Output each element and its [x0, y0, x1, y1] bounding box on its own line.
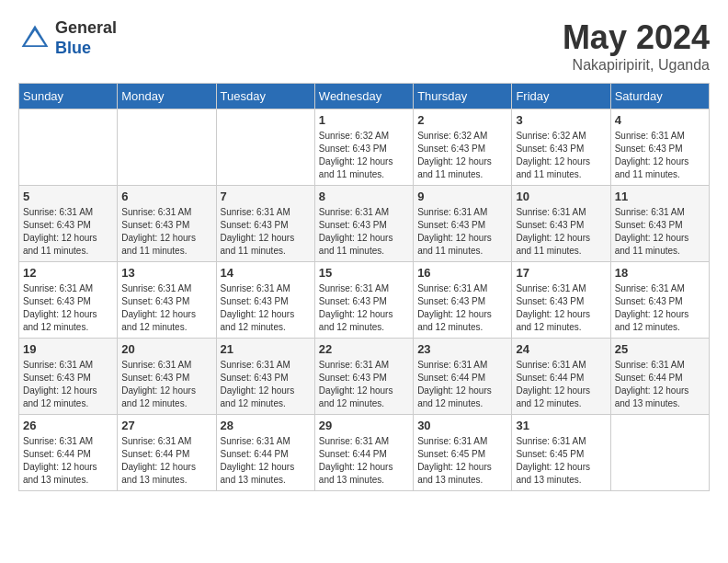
day-info: Sunrise: 6:31 AM Sunset: 6:45 PM Dayligh…	[516, 435, 606, 487]
day-info: Sunrise: 6:31 AM Sunset: 6:43 PM Dayligh…	[23, 206, 113, 258]
calendar-cell	[19, 109, 118, 186]
day-info: Sunrise: 6:31 AM Sunset: 6:43 PM Dayligh…	[121, 206, 211, 258]
calendar-week-row: 5Sunrise: 6:31 AM Sunset: 6:43 PM Daylig…	[19, 186, 710, 262]
day-info: Sunrise: 6:31 AM Sunset: 6:43 PM Dayligh…	[221, 282, 311, 334]
weekday-header: Saturday	[610, 84, 709, 109]
calendar-cell: 6Sunrise: 6:31 AM Sunset: 6:43 PM Daylig…	[118, 186, 216, 262]
calendar-cell: 19Sunrise: 6:31 AM Sunset: 6:43 PM Dayli…	[19, 339, 118, 415]
day-number: 22	[319, 342, 409, 356]
day-number: 31	[516, 419, 606, 432]
day-info: Sunrise: 6:31 AM Sunset: 6:43 PM Dayligh…	[615, 130, 705, 181]
day-info: Sunrise: 6:31 AM Sunset: 6:43 PM Dayligh…	[417, 282, 507, 334]
calendar-cell	[610, 415, 709, 491]
day-info: Sunrise: 6:31 AM Sunset: 6:43 PM Dayligh…	[121, 359, 211, 410]
day-info: Sunrise: 6:32 AM Sunset: 6:43 PM Dayligh…	[319, 130, 409, 181]
logo-text: General Blue	[55, 18, 117, 58]
day-info: Sunrise: 6:31 AM Sunset: 6:44 PM Dayligh…	[417, 359, 507, 410]
calendar-cell: 9Sunrise: 6:31 AM Sunset: 6:43 PM Daylig…	[414, 186, 512, 262]
calendar-cell: 2Sunrise: 6:32 AM Sunset: 6:43 PM Daylig…	[414, 109, 512, 186]
day-number: 4	[615, 113, 705, 127]
calendar-cell: 15Sunrise: 6:31 AM Sunset: 6:43 PM Dayli…	[314, 262, 413, 339]
day-info: Sunrise: 6:31 AM Sunset: 6:43 PM Dayligh…	[516, 282, 606, 334]
calendar-cell	[118, 109, 216, 186]
day-info: Sunrise: 6:31 AM Sunset: 6:43 PM Dayligh…	[615, 206, 705, 258]
calendar-week-row: 1Sunrise: 6:32 AM Sunset: 6:43 PM Daylig…	[19, 109, 710, 186]
day-number: 11	[615, 190, 705, 203]
day-number: 28	[221, 419, 311, 432]
title-block: May 2024 Nakapiripirit, Uganda	[563, 18, 710, 74]
calendar-cell: 13Sunrise: 6:31 AM Sunset: 6:43 PM Dayli…	[118, 262, 216, 339]
day-number: 17	[516, 266, 606, 280]
day-number: 7	[221, 190, 311, 203]
day-number: 5	[23, 190, 113, 203]
calendar-cell: 29Sunrise: 6:31 AM Sunset: 6:44 PM Dayli…	[314, 415, 413, 491]
day-number: 1	[319, 113, 409, 127]
calendar-title: May 2024	[563, 18, 710, 57]
calendar-week-row: 26Sunrise: 6:31 AM Sunset: 6:44 PM Dayli…	[19, 415, 710, 491]
calendar-cell	[216, 109, 314, 186]
calendar-cell: 14Sunrise: 6:31 AM Sunset: 6:43 PM Dayli…	[216, 262, 314, 339]
day-info: Sunrise: 6:31 AM Sunset: 6:45 PM Dayligh…	[417, 435, 507, 487]
day-info: Sunrise: 6:31 AM Sunset: 6:43 PM Dayligh…	[23, 359, 113, 410]
calendar-cell: 11Sunrise: 6:31 AM Sunset: 6:43 PM Dayli…	[610, 186, 709, 262]
day-number: 3	[516, 113, 606, 127]
calendar-cell: 22Sunrise: 6:31 AM Sunset: 6:43 PM Dayli…	[314, 339, 413, 415]
calendar-subtitle: Nakapiripirit, Uganda	[563, 57, 710, 74]
day-info: Sunrise: 6:31 AM Sunset: 6:43 PM Dayligh…	[23, 282, 113, 334]
calendar-cell: 4Sunrise: 6:31 AM Sunset: 6:43 PM Daylig…	[610, 109, 709, 186]
day-number: 10	[516, 190, 606, 203]
calendar-cell: 25Sunrise: 6:31 AM Sunset: 6:44 PM Dayli…	[610, 339, 709, 415]
day-info: Sunrise: 6:31 AM Sunset: 6:43 PM Dayligh…	[221, 206, 311, 258]
day-number: 21	[221, 342, 311, 356]
day-info: Sunrise: 6:31 AM Sunset: 6:44 PM Dayligh…	[516, 359, 606, 410]
day-number: 24	[516, 342, 606, 356]
day-number: 20	[121, 342, 211, 356]
weekday-header: Thursday	[414, 84, 512, 109]
day-number: 15	[319, 266, 409, 280]
calendar-table: SundayMondayTuesdayWednesdayThursdayFrid…	[18, 83, 710, 491]
day-number: 2	[417, 113, 507, 127]
day-info: Sunrise: 6:31 AM Sunset: 6:43 PM Dayligh…	[221, 359, 311, 410]
calendar-cell: 24Sunrise: 6:31 AM Sunset: 6:44 PM Dayli…	[512, 339, 610, 415]
calendar-cell: 18Sunrise: 6:31 AM Sunset: 6:43 PM Dayli…	[610, 262, 709, 339]
day-info: Sunrise: 6:31 AM Sunset: 6:43 PM Dayligh…	[319, 206, 409, 258]
calendar-cell: 31Sunrise: 6:31 AM Sunset: 6:45 PM Dayli…	[512, 415, 610, 491]
calendar-cell: 21Sunrise: 6:31 AM Sunset: 6:43 PM Dayli…	[216, 339, 314, 415]
weekday-header: Tuesday	[216, 84, 314, 109]
weekday-header: Wednesday	[314, 84, 413, 109]
day-info: Sunrise: 6:31 AM Sunset: 6:44 PM Dayligh…	[615, 359, 705, 410]
day-info: Sunrise: 6:31 AM Sunset: 6:43 PM Dayligh…	[319, 282, 409, 334]
weekday-header-row: SundayMondayTuesdayWednesdayThursdayFrid…	[19, 84, 710, 109]
calendar-cell: 7Sunrise: 6:31 AM Sunset: 6:43 PM Daylig…	[216, 186, 314, 262]
day-info: Sunrise: 6:31 AM Sunset: 6:43 PM Dayligh…	[121, 282, 211, 334]
day-info: Sunrise: 6:31 AM Sunset: 6:44 PM Dayligh…	[121, 435, 211, 487]
calendar-cell: 3Sunrise: 6:32 AM Sunset: 6:43 PM Daylig…	[512, 109, 610, 186]
logo-blue-text: Blue	[55, 39, 91, 57]
day-number: 6	[121, 190, 211, 203]
day-number: 8	[319, 190, 409, 203]
day-number: 26	[23, 419, 113, 432]
day-number: 14	[221, 266, 311, 280]
calendar-cell: 10Sunrise: 6:31 AM Sunset: 6:43 PM Dayli…	[512, 186, 610, 262]
weekday-header: Monday	[118, 84, 216, 109]
day-number: 18	[615, 266, 705, 280]
logo: General Blue	[18, 18, 117, 58]
calendar-cell: 17Sunrise: 6:31 AM Sunset: 6:43 PM Dayli…	[512, 262, 610, 339]
weekday-header: Friday	[512, 84, 610, 109]
calendar-cell: 1Sunrise: 6:32 AM Sunset: 6:43 PM Daylig…	[314, 109, 413, 186]
day-info: Sunrise: 6:32 AM Sunset: 6:43 PM Dayligh…	[417, 130, 507, 181]
day-number: 27	[121, 419, 211, 432]
day-number: 16	[417, 266, 507, 280]
calendar-cell: 27Sunrise: 6:31 AM Sunset: 6:44 PM Dayli…	[118, 415, 216, 491]
day-number: 13	[121, 266, 211, 280]
calendar-cell: 30Sunrise: 6:31 AM Sunset: 6:45 PM Dayli…	[414, 415, 512, 491]
calendar-cell: 8Sunrise: 6:31 AM Sunset: 6:43 PM Daylig…	[314, 186, 413, 262]
day-number: 9	[417, 190, 507, 203]
day-info: Sunrise: 6:31 AM Sunset: 6:44 PM Dayligh…	[221, 435, 311, 487]
calendar-cell: 12Sunrise: 6:31 AM Sunset: 6:43 PM Dayli…	[19, 262, 118, 339]
day-number: 30	[417, 419, 507, 432]
day-info: Sunrise: 6:31 AM Sunset: 6:44 PM Dayligh…	[23, 435, 113, 487]
logo-general-text: General	[55, 18, 117, 37]
day-info: Sunrise: 6:31 AM Sunset: 6:43 PM Dayligh…	[319, 359, 409, 410]
day-number: 19	[23, 342, 113, 356]
